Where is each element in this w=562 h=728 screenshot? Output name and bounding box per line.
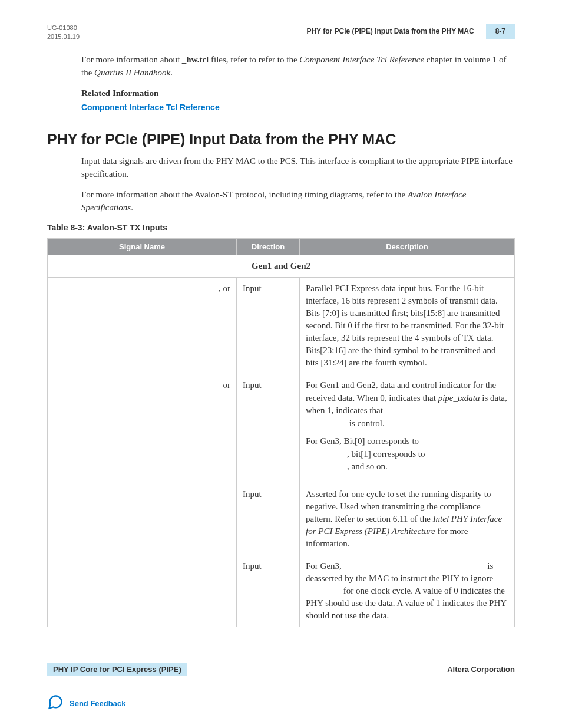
cell-direction: Input <box>237 277 300 374</box>
send-feedback-link[interactable]: Send Feedback <box>47 694 515 713</box>
th-direction: Direction <box>237 238 300 255</box>
related-info-label: Related Information <box>81 87 515 100</box>
cell-description: For Gen3, is deasserted by the MAC to in… <box>300 555 515 627</box>
doc-meta: UG-01080 2015.01.19 <box>47 24 80 42</box>
doc-id: UG-01080 <box>47 24 80 32</box>
cell-signal <box>48 555 237 627</box>
page-footer: PHY IP Core for PCI Express (PIPE) Alter… <box>47 663 515 676</box>
chapter-title-header: PHY for PCIe (PIPE) Input Data from the … <box>306 27 474 35</box>
related-info-link[interactable]: Component Interface Tcl Reference <box>81 103 220 112</box>
section-heading: PHY for PCIe (PIPE) Input Data from the … <box>47 131 515 148</box>
th-description: Description <box>300 238 515 255</box>
table-row: or Input For Gen1 and Gen2, data and con… <box>48 374 515 483</box>
cell-description: Parallel PCI Express data input bus. For… <box>300 277 515 374</box>
cell-signal <box>48 483 237 555</box>
section-para-2: For more information about the Avalon-ST… <box>81 189 515 215</box>
table-row: Input Asserted for one cycle to set the … <box>48 483 515 555</box>
table-title: Table 8-3: Avalon-ST TX Inputs <box>47 223 515 232</box>
page-number: 8-7 <box>486 24 515 39</box>
feedback-icon <box>47 694 64 713</box>
cell-description: Asserted for one cycle to set the runnin… <box>300 483 515 555</box>
doc-date: 2015.01.19 <box>47 32 80 41</box>
cell-direction: Input <box>237 555 300 627</box>
table-subheader: Gen1 and Gen2 <box>48 255 515 277</box>
footer-right: Altera Corporation <box>447 665 515 674</box>
avalon-st-tx-inputs-table: Signal Name Direction Description Gen1 a… <box>47 238 515 627</box>
footer-left-link[interactable]: PHY IP Core for PCI Express (PIPE) <box>47 663 187 676</box>
cell-direction: Input <box>237 483 300 555</box>
section-para-1: Input data signals are driven from the P… <box>81 155 515 181</box>
intro-paragraph: For more information about _hw.tcl files… <box>81 54 515 80</box>
th-signal: Signal Name <box>48 238 237 255</box>
cell-description: For Gen1 and Gen2, data and control indi… <box>300 374 515 483</box>
cell-signal: , or <box>48 277 237 374</box>
table-row: Input For Gen3, is deasserted by the MAC… <box>48 555 515 627</box>
cell-direction: Input <box>237 374 300 483</box>
page-header: UG-01080 2015.01.19 PHY for PCIe (PIPE) … <box>47 24 515 42</box>
table-row: , or Input Parallel PCI Express data inp… <box>48 277 515 374</box>
feedback-label: Send Feedback <box>70 699 125 708</box>
cell-signal: or <box>48 374 237 483</box>
